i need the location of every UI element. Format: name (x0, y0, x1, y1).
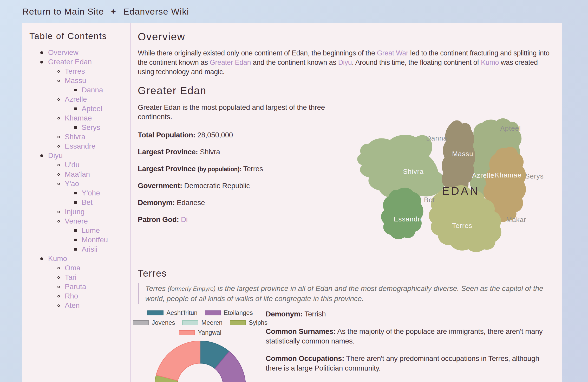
toc-item-label[interactable]: Massu (65, 76, 86, 85)
toc-item-label[interactable]: Injung (65, 207, 84, 217)
toc-item-label[interactable]: Diyu (48, 151, 63, 160)
bullet-icon (74, 192, 77, 194)
bullet-icon (40, 61, 43, 63)
toc-item[interactable]: Montfeu (29, 235, 130, 245)
stat-label: Largest Province (138, 165, 195, 173)
stat-value: Shivra (200, 148, 220, 156)
content-panel: Table of Contents Overview Greater Edan … (22, 23, 562, 382)
toc-item[interactable]: Apteel (29, 104, 130, 113)
toc-item[interactable]: Maa'lan (29, 170, 130, 179)
map-label-terres: Terres (452, 222, 472, 230)
toc-item[interactable]: Paruta (29, 282, 130, 291)
toc-item-label[interactable]: Apteel (82, 104, 102, 113)
toc-item[interactable]: Bet (29, 198, 130, 207)
donut-slice (156, 341, 200, 381)
toc-item[interactable]: Danna (29, 85, 130, 95)
toc-item-label[interactable]: Y'ohe (82, 188, 100, 198)
bullet-icon (74, 126, 77, 129)
bullet-icon (40, 154, 43, 157)
inline-link[interactable]: Kumo (481, 59, 499, 66)
map-label-danna: Danna (426, 134, 447, 142)
toc-item[interactable]: Terres (29, 67, 130, 76)
bullet-icon (74, 229, 77, 232)
chart-legend: Aesht'fritunEtoilangesJovenesMeerenSylph… (138, 309, 263, 336)
map-label-khamae: Khamae (495, 171, 522, 179)
table-of-contents: Table of Contents Overview Greater Edan … (22, 23, 130, 382)
inline-link[interactable]: Diyu (338, 59, 352, 66)
toc-item[interactable]: Injung (29, 207, 130, 217)
toc-item-label[interactable]: Maa'lan (65, 170, 90, 179)
toc-title: Table of Contents (29, 31, 130, 41)
toc-item[interactable]: Tari (29, 273, 130, 282)
toc-item[interactable]: Diyu (29, 151, 130, 160)
toc-item[interactable]: Y'ao (29, 179, 130, 188)
toc-item-label[interactable]: Aten (65, 301, 80, 310)
stat-value: 28,050,000 (197, 131, 233, 139)
legend-row: Aesht'fritunEtoilanges (138, 309, 263, 316)
toc-item[interactable]: Lume (29, 226, 130, 235)
toc-item[interactable]: Y'ohe (29, 188, 130, 198)
back-link[interactable]: Return to Main Site (22, 7, 104, 17)
toc-item[interactable]: Shivra (29, 132, 130, 142)
toc-item[interactable]: U'du (29, 160, 130, 170)
toc-item[interactable]: Arisii (29, 245, 130, 254)
map-label-bet: Bet (424, 196, 435, 204)
toc-item-label[interactable]: Shivra (65, 132, 85, 142)
fact-row: Common Surnames: As the majority of the … (266, 327, 557, 346)
toc-item-label[interactable]: Lume (82, 226, 100, 235)
toc-item-label[interactable]: Khamae (65, 113, 92, 123)
toc-item[interactable]: Kumo (29, 254, 130, 263)
toc-item-label[interactable]: U'du (65, 160, 80, 170)
inline-link[interactable]: Great War (377, 49, 408, 57)
toc-item[interactable]: Massu (29, 76, 130, 85)
toc-item-label[interactable]: Essandre (65, 142, 95, 151)
toc-item-label[interactable]: Montfeu (82, 235, 108, 245)
legend-item: Jovenes (133, 319, 175, 326)
toc-item-label[interactable]: Tari (65, 273, 76, 282)
toc-item[interactable]: Azrelle (29, 95, 130, 104)
legend-swatch (182, 320, 198, 325)
toc-item-label[interactable]: Azrelle (65, 95, 87, 104)
toc-item[interactable]: Aten (29, 301, 130, 310)
population-donut (154, 340, 246, 382)
toc-item-label[interactable]: Overview (48, 48, 79, 57)
toc-item-label[interactable]: Venere (65, 217, 88, 226)
toc-item[interactable]: Overview (29, 48, 130, 57)
bullet-icon (57, 220, 60, 222)
toc-item-label[interactable]: Danna (82, 85, 103, 95)
legend-row: Yangwai (138, 329, 263, 336)
toc-item[interactable]: Greater Edan (29, 57, 130, 67)
fact-label: Common Surnames: (266, 327, 336, 335)
stat-label: Patron God: (138, 215, 179, 224)
toc-item-label[interactable]: Serys (82, 123, 100, 132)
legend-swatch (147, 310, 164, 315)
bullet-icon (57, 183, 60, 185)
page-background: { "header": { "back_link": "Return to Ma… (0, 0, 588, 382)
toc-item[interactable]: Essandre (29, 142, 130, 151)
bullet-icon (40, 257, 43, 260)
legend-label: Meeren (201, 319, 222, 326)
toc-item-label[interactable]: Paruta (65, 282, 86, 291)
stat-label-note: (by population): (198, 166, 241, 173)
toc-item-label[interactable]: Terres (65, 67, 85, 76)
toc-item[interactable]: Oma (29, 263, 130, 273)
toc-item-label[interactable]: Arisii (82, 245, 97, 254)
bullet-icon (57, 173, 60, 176)
toc-item-label[interactable]: Kumo (48, 254, 67, 263)
bullet-icon (57, 304, 60, 307)
toc-item[interactable]: Rho (29, 291, 130, 301)
toc-item-label[interactable]: Bet (82, 198, 93, 207)
toc-item-label[interactable]: Greater Edan (48, 57, 92, 67)
legend-swatch (205, 310, 221, 315)
toc-item-label[interactable]: Oma (65, 263, 81, 273)
site-title: Edanverse Wiki (123, 7, 189, 17)
toc-item[interactable]: Venere (29, 217, 130, 226)
overview-paragraph: While there originally existed only one … (138, 48, 556, 77)
toc-item[interactable]: Khamae (29, 113, 130, 123)
toc-item[interactable]: Serys (29, 123, 130, 132)
inline-link[interactable]: Greater Edan (210, 59, 251, 66)
fact-value: Terrish (304, 310, 326, 318)
map-label-makar: Makar (506, 216, 526, 224)
toc-item-label[interactable]: Rho (65, 291, 78, 301)
toc-item-label[interactable]: Y'ao (65, 179, 79, 188)
